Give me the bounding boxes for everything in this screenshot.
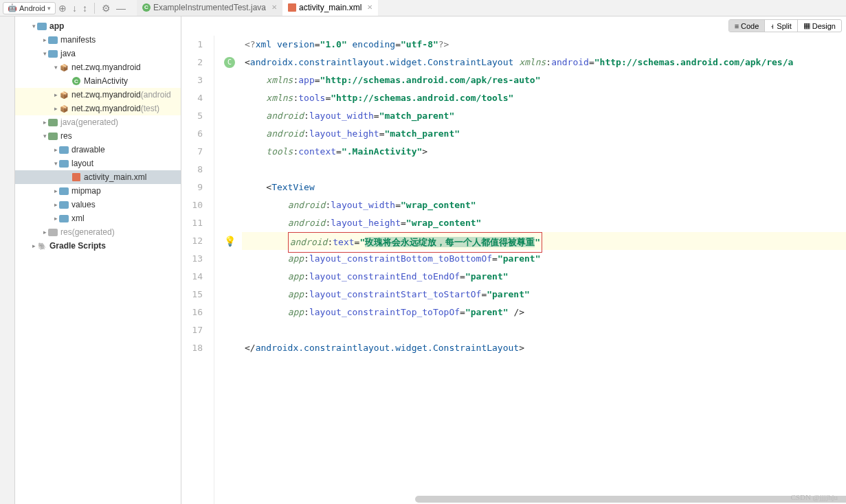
expand-arrow-icon[interactable] [41,229,48,236]
tree-item-mainactivity[interactable]: CMainActivity [15,74,181,88]
line-number[interactable]: 18 [181,339,203,357]
code-line[interactable] [242,161,846,179]
code-line[interactable]: <?xml version="1.0" encoding="utf-8"?> [242,36,846,54]
expand-arrow-icon[interactable] [41,36,48,43]
expand-arrow-icon[interactable] [52,64,59,71]
tree-item-drawable[interactable]: drawable [15,143,181,157]
code-content[interactable]: <?xml version="1.0" encoding="utf-8"?><a… [242,36,846,504]
code-line[interactable]: android:layout_width="wrap_content" [242,196,846,214]
folder-icon [48,131,58,141]
tab-test-file[interactable]: C ExampleInstrumentedTest.java ✕ [137,0,282,16]
line-number[interactable]: 2 [181,54,203,71]
stack-icon[interactable]: ↕ [80,3,90,14]
code-line[interactable]: android:layout_height="match_parent" [242,125,846,143]
tree-item-layout[interactable]: layout [15,157,181,170]
expand-arrow-icon[interactable] [30,23,37,30]
expand-arrow-icon[interactable] [30,242,37,249]
view-code-button[interactable]: ≡Code [729,20,765,32]
line-number[interactable]: 3 [181,71,203,89]
expand-arrow-icon[interactable] [52,105,59,112]
line-number[interactable]: 13 [181,250,203,268]
expand-arrow-icon[interactable] [52,215,59,222]
tree-item-res[interactable]: res (generated) [15,225,181,239]
tree-item-suffix: (generated) [72,227,115,237]
tree-item-java[interactable]: java (generated) [15,115,181,129]
usage-c-icon[interactable]: C [224,57,235,68]
line-number[interactable]: 16 [181,303,203,321]
folder-icon [59,159,69,168]
code-line[interactable]: app:layout_constraintBottom_toBottomOf="… [242,250,846,268]
tree-item-net-zwq-myandroid[interactable]: 📦net.zwq.myandroid (android [15,88,181,102]
line-number[interactable]: 10 [181,196,203,214]
folder-icon [59,200,69,209]
horizontal-scrollbar[interactable] [415,496,846,503]
package-icon: 📦 [59,104,69,113]
tree-item-app[interactable]: app [15,19,181,33]
expand-arrow-icon[interactable] [52,201,59,208]
tree-item-java[interactable]: java [15,47,181,60]
code-line[interactable]: xmlns:tools="http://schemas.android.com/… [242,89,846,107]
view-split-button[interactable]: ⫞Split [764,20,797,32]
tree-item-res[interactable]: res [15,129,181,143]
line-number[interactable]: 15 [181,286,203,303]
line-number[interactable]: 12 [181,232,203,250]
code-line[interactable]: app:layout_constraintStart_toStartOf="pa… [242,286,846,303]
expand-arrow-icon[interactable] [41,119,48,126]
line-number[interactable]: 5 [181,107,203,125]
line-number[interactable]: 9 [181,179,203,196]
java-class-icon: C [142,3,151,12]
code-line[interactable]: xmlns:app="http://schemas.android.com/ap… [242,71,846,89]
expand-arrow-icon[interactable] [41,50,48,57]
project-tree[interactable]: appmanifestsjava📦net.zwq.myandroidCMainA… [15,16,181,504]
tree-item-label: net.zwq.myandroid [71,104,141,113]
line-number[interactable]: 17 [181,321,203,339]
module-selector[interactable]: 🤖 Android ▾ [3,2,56,14]
code-line[interactable] [242,321,846,339]
code-line[interactable]: android:layout_height="wrap_content" [242,214,846,232]
expand-arrow-icon[interactable] [52,91,59,98]
close-icon[interactable]: ✕ [269,3,277,11]
run-icon[interactable]: ↓ [69,3,80,14]
tab-label: activity_main.xml [299,3,361,12]
line-number[interactable]: 14 [181,268,203,286]
expand-arrow-icon[interactable] [52,187,59,194]
line-number[interactable]: 1 [181,36,203,54]
tab-activity-main[interactable]: activity_main.xml ✕ [282,0,378,16]
close-icon[interactable]: ✕ [364,3,372,11]
expand-arrow-icon[interactable] [52,146,59,153]
add-config-icon[interactable]: ⊕ [56,3,69,14]
code-line[interactable]: </androidx.constraintlayout.widget.Const… [242,339,846,357]
view-design-button[interactable]: ▦Design [797,20,841,32]
line-number[interactable]: 8 [181,161,203,179]
code-line[interactable]: app:layout_constraintTop_toTopOf="parent… [242,303,846,321]
hide-icon[interactable]: — [113,3,129,14]
line-number-gutter: 123456789101112131415161718 [181,36,214,504]
expand-arrow-icon[interactable] [52,160,59,167]
line-number[interactable]: 11 [181,214,203,232]
split-icon: ⫞ [770,22,775,30]
line-number[interactable]: 7 [181,143,203,161]
expand-arrow-icon[interactable] [41,133,48,139]
tree-item-gradle-scripts[interactable]: 🐘Gradle Scripts [15,239,181,253]
code-line[interactable]: tools:context=".MainActivity"> [242,143,846,161]
code-line[interactable]: android:text="玫瑰将会永远绽放，每一个人都值得被尊重" [242,232,846,250]
code-editor[interactable]: 123456789101112131415161718 C 💡 <?xml ve… [181,36,846,504]
intention-bulb-icon[interactable]: 💡 [224,236,235,247]
tree-item-label: layout [71,159,93,168]
tool-window-strip[interactable] [0,16,15,504]
tree-item-values[interactable]: values [15,198,181,211]
code-line[interactable]: <androidx.constraintlayout.widget.Constr… [242,54,846,71]
line-number[interactable]: 4 [181,89,203,107]
code-line[interactable]: android:layout_width="match_parent" [242,107,846,125]
code-line[interactable]: <TextView [242,179,846,196]
tree-item-xml[interactable]: xml [15,211,181,225]
tree-item-net-zwq-myandroid[interactable]: 📦net.zwq.myandroid (test) [15,102,181,115]
line-number[interactable]: 6 [181,125,203,143]
code-line[interactable]: app:layout_constraintEnd_toEndOf="parent… [242,268,846,286]
main-panel: appmanifestsjava📦net.zwq.myandroidCMainA… [0,16,846,504]
tree-item-mipmap[interactable]: mipmap [15,184,181,198]
tree-item-activity-main-xml[interactable]: activity_main.xml [15,170,181,184]
tree-item-manifests[interactable]: manifests [15,33,181,47]
tree-item-net-zwq-myandroid[interactable]: 📦net.zwq.myandroid [15,60,181,74]
settings-icon[interactable]: ⚙ [99,3,113,14]
